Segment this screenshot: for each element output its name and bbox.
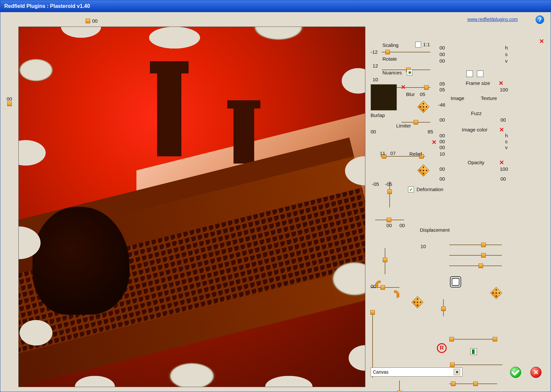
- relief-x-value: 11: [380, 150, 385, 156]
- frame-size-hi: 100: [500, 87, 508, 92]
- hsv1-h-value: 00: [439, 45, 445, 50]
- scaling-slider[interactable]: [382, 50, 430, 54]
- displacement-y-value: 00: [399, 223, 405, 228]
- texture-thumbnail[interactable]: [371, 84, 397, 110]
- scaling-value: -12: [371, 49, 378, 55]
- hsv1-s-label: s: [505, 51, 508, 57]
- texture-label: Texture: [481, 95, 497, 101]
- ok-button[interactable]: [510, 367, 521, 378]
- nuances-label: Nuances: [382, 70, 402, 75]
- limiter-hi: 85: [428, 129, 433, 134]
- image-label: Image: [451, 95, 464, 101]
- hsv1-h-slider[interactable]: [449, 243, 502, 247]
- g1-slider[interactable]: [441, 299, 445, 316]
- cancel-button[interactable]: [530, 367, 541, 378]
- preview-panel[interactable]: [18, 27, 365, 387]
- hsv1-v-slider[interactable]: [449, 264, 502, 268]
- blur-label: Blur: [406, 91, 415, 97]
- deformation-label: Deformation: [417, 186, 443, 192]
- hsv1-s-slider[interactable]: [449, 253, 502, 257]
- image-color-s-value: 00: [439, 139, 445, 144]
- rotate-label: Rotate: [382, 56, 397, 62]
- image-texture-slider[interactable]: [451, 363, 502, 367]
- deformation-y-slider[interactable]: [383, 248, 387, 274]
- opacity-lo: 00: [439, 166, 445, 172]
- image-texture-value: -46: [438, 102, 445, 108]
- one-to-one-label: 1:1: [423, 42, 430, 47]
- frame-size-reset-icon[interactable]: ✕: [499, 80, 503, 87]
- frame-shape-button[interactable]: [450, 276, 461, 287]
- limiter-label: Limiter: [396, 123, 411, 128]
- blur-value: 05: [420, 91, 425, 97]
- preview-image: [19, 27, 365, 387]
- image-color-label: Image color: [462, 127, 487, 132]
- one-to-one-checkbox[interactable]: [415, 42, 421, 48]
- image-color-s-label: s: [505, 139, 508, 144]
- bottom-pair-hi: 00: [500, 176, 506, 182]
- texture-name: Burlap: [371, 112, 385, 118]
- relief-x-slider[interactable]: [375, 218, 404, 222]
- bottom-pair-lo: 00: [439, 176, 445, 182]
- deformation-y-value: -05: [385, 181, 392, 187]
- image-color-reset-icon[interactable]: ✕: [499, 126, 504, 133]
- frame-size-label: Frame size: [466, 80, 490, 86]
- opacity-label: Opacity: [468, 160, 484, 165]
- deformation-x-value: -05: [372, 181, 379, 187]
- nuances-checkbox[interactable]: ✱: [407, 69, 413, 75]
- image-texture-swatch[interactable]: [470, 348, 477, 355]
- hsv1-h-label: h: [505, 45, 508, 50]
- vendor-link[interactable]: www.redfieldplugins.com: [467, 17, 518, 22]
- fuzz-slider[interactable]: [449, 382, 497, 386]
- relief-y-value: 07: [390, 150, 396, 156]
- hsv1-s-value: 00: [439, 51, 445, 57]
- chevron-down-icon[interactable]: ▾: [454, 369, 460, 375]
- titlebar: Redfield Plugins : Plasteroid v1.40: [0, 0, 551, 12]
- image-color-h-value: 00: [439, 133, 445, 138]
- g1-value: 05: [439, 81, 445, 87]
- preview-offset-v-handle[interactable]: [7, 102, 12, 106]
- texture-delete-icon[interactable]: ✕: [401, 84, 406, 91]
- displacement-y-slider[interactable]: [398, 381, 401, 392]
- frame-size-lo: 05: [439, 87, 445, 92]
- rotate-value: 12: [373, 63, 378, 69]
- preview-offset-h-handle[interactable]: [86, 19, 90, 23]
- preview-offset-horizontal[interactable]: 00: [86, 18, 98, 24]
- frame-size-slider[interactable]: [449, 337, 497, 341]
- displacement-label: Displacement: [420, 227, 450, 233]
- frame-color-2[interactable]: [477, 70, 483, 77]
- relief-random-icon[interactable]: [418, 165, 430, 177]
- opacity-reset-icon[interactable]: ✕: [499, 159, 504, 166]
- scaling-label: Scaling: [382, 42, 398, 48]
- image-color-v-value: 00: [439, 145, 445, 150]
- fuzz-label: Fuzz: [471, 110, 482, 116]
- frame-random-icon[interactable]: [490, 287, 502, 299]
- image-color-v-label: v: [505, 145, 508, 150]
- image-color-h-label: h: [505, 133, 508, 138]
- g2-value: 10: [439, 151, 445, 157]
- undo-icon[interactable]: [374, 279, 387, 289]
- fuzz-hi: 00: [500, 117, 506, 123]
- reset-button[interactable]: R: [437, 343, 447, 353]
- hsv1-reset-icon[interactable]: ✕: [539, 38, 544, 45]
- preview-offset-v-value: 00: [7, 96, 12, 102]
- limiter-lo: 00: [371, 129, 376, 134]
- preset-combo[interactable]: Canvas ▾: [371, 367, 462, 377]
- relief-label: Relief: [409, 151, 422, 157]
- preview-offset-h-value: 00: [92, 18, 98, 24]
- global-random-icon[interactable]: [412, 296, 424, 308]
- texture-random-icon[interactable]: [418, 101, 430, 113]
- preview-offset-vertical[interactable]: 00: [4, 96, 15, 106]
- window-title: Redfield Plugins : Plasteroid v1.40: [4, 3, 90, 9]
- opacity-hi: 100: [500, 166, 508, 172]
- help-icon[interactable]: ?: [536, 15, 544, 24]
- frame-color-1[interactable]: [466, 70, 473, 77]
- hsv1-v-label: v: [505, 58, 508, 64]
- displacement-x-value: 00: [386, 223, 392, 228]
- fuzz-lo: 00: [439, 117, 445, 123]
- displacement-scale-value: 10: [420, 244, 426, 249]
- nuances-value: 10: [373, 77, 378, 82]
- deformation-checkbox[interactable]: ✔: [408, 186, 414, 192]
- redo-icon[interactable]: [388, 289, 401, 299]
- preset-value: Canvas: [373, 369, 388, 375]
- relief-reset-icon[interactable]: ✕: [432, 139, 437, 146]
